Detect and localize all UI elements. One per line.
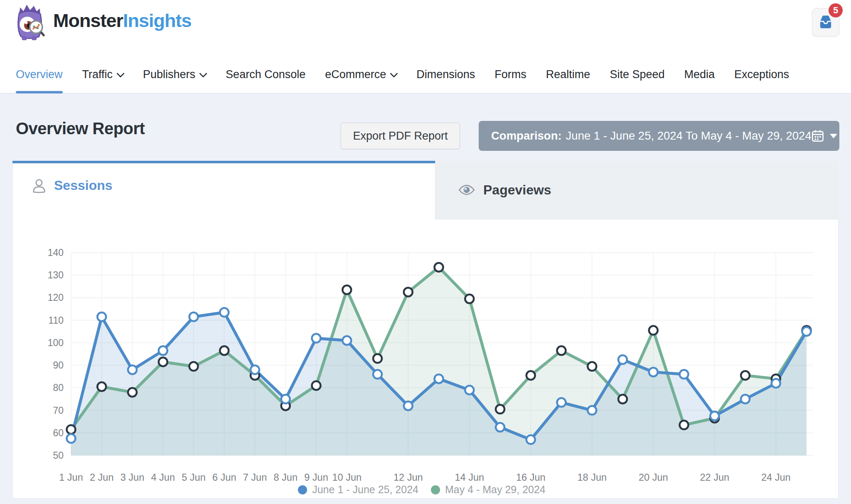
report-header: Overview Report Export PDF Report Compar… [0, 93, 851, 163]
svg-text:130: 130 [48, 270, 64, 280]
svg-text:16 Jun: 16 Jun [516, 472, 546, 483]
page-title: Overview Report [16, 119, 145, 138]
brand-insights: Insights [123, 10, 192, 31]
nav-item-exceptions[interactable]: Exceptions [734, 56, 789, 93]
svg-text:12 Jun: 12 Jun [394, 472, 423, 483]
nav-item-overview[interactable]: Overview [16, 56, 63, 93]
chevron-down-icon [390, 69, 398, 78]
nav-item-publishers[interactable]: Publishers [143, 56, 206, 93]
svg-text:2 Jun: 2 Jun [90, 472, 114, 483]
eye-icon [458, 184, 475, 196]
svg-text:20 Jun: 20 Jun [639, 472, 668, 483]
svg-text:110: 110 [48, 315, 64, 326]
svg-text:80: 80 [53, 382, 64, 393]
svg-text:60: 60 [53, 428, 64, 438]
nav-item-ecommerce[interactable]: eCommerce [325, 56, 397, 93]
notification-badge: 5 [829, 3, 843, 17]
caret-down-icon [830, 134, 837, 138]
nav-item-site-speed[interactable]: Site Speed [610, 56, 664, 93]
active-tab-accent-bar [12, 161, 435, 163]
svg-text:5 Jun: 5 Jun [182, 472, 206, 483]
legend-label-previous-period: May 4 - May 29, 2024 [445, 484, 546, 496]
legend-dot-previous-period [431, 485, 440, 494]
nav-item-dimensions[interactable]: Dimensions [416, 56, 475, 93]
tab-pageviews-label: Pageviews [483, 182, 551, 198]
tab-sessions-label: Sessions [54, 178, 113, 193]
person-icon [32, 178, 47, 193]
export-pdf-button[interactable]: Export PDF Report [341, 123, 460, 149]
svg-text:18 Jun: 18 Jun [577, 472, 607, 483]
svg-text:140: 140 [48, 247, 64, 258]
svg-text:8 Jun: 8 Jun [274, 472, 298, 483]
svg-text:22 Jun: 22 Jun [700, 472, 729, 483]
svg-text:1 Jun: 1 Jun [59, 472, 83, 483]
chevron-down-icon [199, 69, 207, 78]
nav-item-traffic[interactable]: Traffic [82, 56, 124, 93]
nav-item-realtime[interactable]: Realtime [546, 56, 590, 93]
svg-text:100: 100 [48, 337, 64, 348]
top-header: MonsterInsights 5 [0, 0, 851, 57]
calendar-icon [812, 129, 824, 143]
svg-text:70: 70 [53, 405, 64, 416]
brand-monster: Monster [53, 10, 123, 31]
svg-text:24 Jun: 24 Jun [761, 472, 791, 483]
svg-text:120: 120 [48, 292, 64, 303]
chart-legend: June 1 - June 25, 2024 May 4 - May 29, 2… [13, 484, 838, 496]
legend-label-current-period: June 1 - June 25, 2024 [312, 484, 418, 496]
svg-text:50: 50 [53, 450, 64, 461]
main-nav: Overview Traffic Publishers Search Conso… [0, 56, 851, 93]
svg-text:90: 90 [53, 360, 64, 371]
tab-sessions[interactable]: Sessions [32, 178, 113, 193]
svg-text:6 Jun: 6 Jun [212, 472, 236, 483]
legend-dot-current-period [298, 485, 307, 494]
monsterinsights-logo [12, 2, 47, 41]
nav-item-forms[interactable]: Forms [494, 56, 526, 93]
nav-item-media[interactable]: Media [684, 56, 715, 93]
tab-pageviews[interactable]: Pageviews [435, 161, 839, 219]
svg-text:10 Jun: 10 Jun [332, 472, 362, 483]
comparison-value: June 1 - June 25, 2024 To May 4 - May 29… [566, 129, 812, 143]
svg-text:3 Jun: 3 Jun [121, 472, 145, 483]
comparison-date-range-picker[interactable]: Comparison: June 1 - June 25, 2024 To Ma… [479, 121, 839, 151]
comparison-label: Comparison: [491, 129, 562, 143]
sessions-line-chart: 50607080901001101201301401 Jun2 Jun3 Jun… [13, 219, 838, 494]
brand-wordmark: MonsterInsights [53, 10, 192, 32]
svg-text:7 Jun: 7 Jun [243, 472, 267, 483]
nav-item-search-console[interactable]: Search Console [226, 56, 305, 93]
svg-text:14 Jun: 14 Jun [455, 472, 484, 483]
chevron-down-icon [116, 69, 125, 78]
svg-text:4 Jun: 4 Jun [151, 472, 175, 483]
svg-text:9 Jun: 9 Jun [304, 472, 328, 483]
overview-report-panel: Sessions Pageviews 506070809010011012013… [12, 163, 839, 499]
